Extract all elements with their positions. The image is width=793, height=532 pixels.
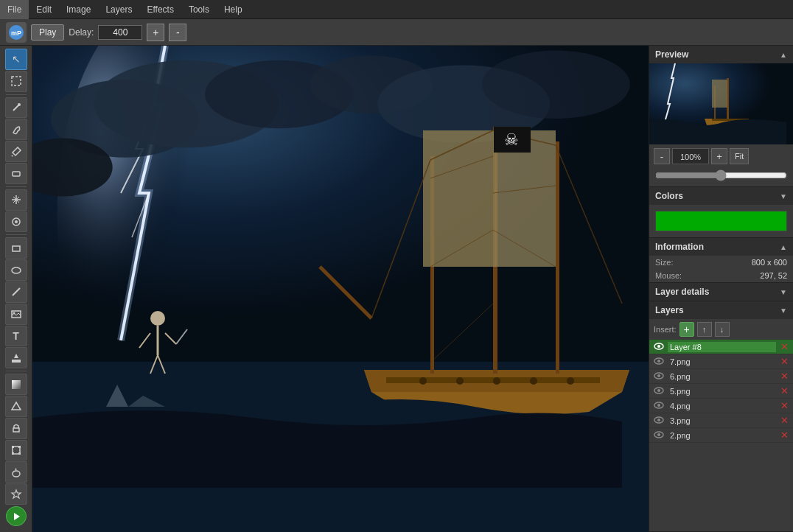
magic-wand-tool[interactable] (5, 189, 27, 211)
zoom-out-button[interactable]: - (654, 148, 670, 164)
zoom-slider[interactable] (655, 169, 787, 181)
layer-name-input[interactable] (668, 342, 776, 352)
select-tool[interactable]: ↖ (5, 49, 27, 70)
layer-row[interactable]: ✕ (649, 384, 793, 399)
menu-file[interactable]: File (0, 0, 29, 19)
gradient-tool[interactable] (5, 374, 27, 395)
star-tool[interactable] (5, 483, 27, 505)
layer-visibility-toggle[interactable] (652, 400, 666, 411)
size-label: Size: (655, 258, 673, 267)
layer-details-collapse-icon: ▼ (780, 288, 787, 296)
menu-help[interactable]: Help (217, 0, 250, 19)
layer-delete-button[interactable]: ✕ (778, 430, 790, 441)
burn-tool[interactable] (5, 461, 27, 483)
play-button[interactable]: Play (31, 24, 64, 41)
paint-tool[interactable] (5, 97, 27, 119)
layer-name-input[interactable] (668, 386, 776, 396)
svg-point-80 (657, 404, 660, 407)
layers-collapse-icon: ▼ (780, 307, 787, 315)
layer-delete-button[interactable]: ✕ (778, 371, 790, 382)
layer-row[interactable]: ✕ (649, 428, 793, 443)
preview-section: Preview ▲ (649, 46, 793, 187)
delay-plus-button[interactable]: + (147, 24, 164, 41)
svg-point-56 (493, 377, 500, 385)
layer-row[interactable]: ✕ (649, 413, 793, 428)
svg-rect-24 (12, 452, 14, 455)
play-animation-button[interactable] (6, 506, 27, 526)
layer-row[interactable]: ✕ (649, 354, 793, 369)
svg-point-58 (567, 377, 574, 385)
image-tool[interactable] (5, 304, 27, 325)
layer-visibility-toggle[interactable] (652, 341, 666, 352)
layer-delete-button[interactable]: ✕ (778, 385, 790, 396)
text-tool[interactable]: T (5, 326, 27, 347)
layer-visibility-toggle[interactable] (652, 356, 666, 367)
triangle-tool[interactable] (5, 396, 27, 417)
insert-label: Insert: (654, 325, 677, 334)
layers-list: ✕ ✕ ✕ ✕ ✕ (649, 340, 793, 443)
menu-image[interactable]: Image (59, 0, 98, 19)
menu-layers[interactable]: Layers (98, 0, 139, 19)
svg-point-36 (482, 51, 630, 119)
svg-rect-6 (13, 172, 20, 176)
layer-row[interactable]: ✕ (649, 340, 793, 354)
brush-tool[interactable] (5, 119, 27, 140)
svg-line-5 (12, 155, 13, 156)
colors-header[interactable]: Colors ▼ (649, 187, 793, 205)
fill-tool[interactable] (5, 347, 27, 368)
menubar: File Edit Image Layers Effects Tools Hel… (0, 0, 793, 19)
eraser-tool[interactable] (5, 163, 27, 184)
layer-move-down-button[interactable]: ↓ (715, 322, 730, 337)
layers-title: Layers (655, 305, 684, 315)
layer-row[interactable]: ✕ (649, 399, 793, 413)
oval-tool[interactable] (5, 259, 27, 281)
menu-effects[interactable]: Effects (139, 0, 181, 19)
layer-name-input[interactable] (668, 357, 776, 367)
layer-delete-button[interactable]: ✕ (778, 356, 790, 367)
clone-tool[interactable] (5, 211, 27, 233)
menu-tools[interactable]: Tools (181, 0, 217, 19)
layer-name-input[interactable] (668, 371, 776, 382)
menu-edit[interactable]: Edit (29, 0, 59, 19)
svg-point-82 (657, 419, 660, 421)
layer-name-input[interactable] (668, 416, 776, 426)
insert-row: Insert: + ↑ ↓ (649, 319, 793, 340)
svg-rect-20 (13, 428, 19, 432)
svg-line-15 (13, 288, 20, 295)
preview-header[interactable]: Preview ▲ (649, 46, 793, 63)
layer-name-input[interactable] (668, 401, 776, 411)
size-value: 800 x 600 (752, 258, 787, 267)
layer-move-up-button[interactable]: ↑ (697, 322, 712, 337)
information-header[interactable]: Information ▲ (649, 238, 793, 256)
svg-point-12 (15, 220, 18, 223)
layer-details-header[interactable]: Layer details ▼ (649, 283, 793, 301)
stamp-tool[interactable] (5, 418, 27, 439)
insert-layer-button[interactable]: + (680, 322, 694, 337)
delay-minus-button[interactable]: - (169, 24, 186, 41)
color-swatch[interactable] (655, 211, 787, 231)
layer-delete-button[interactable]: ✕ (778, 400, 790, 411)
layer-name-input[interactable] (668, 430, 776, 441)
information-section: Information ▲ Size: 800 x 600 Mouse: 297… (649, 238, 793, 283)
zoom-in-button[interactable]: + (711, 148, 727, 164)
layer-delete-button[interactable]: ✕ (778, 415, 790, 426)
layer-visibility-toggle[interactable] (652, 371, 666, 382)
zoom-fit-button[interactable]: Fit (730, 148, 749, 164)
delay-input[interactable] (98, 25, 142, 40)
eyedropper-tool[interactable] (5, 141, 27, 162)
rect-tool[interactable] (5, 237, 27, 259)
svg-rect-18 (12, 360, 21, 363)
rect-select-tool[interactable] (5, 71, 27, 92)
canvas-area[interactable]: ☠ (32, 46, 649, 532)
svg-rect-2 (12, 77, 21, 85)
layer-visibility-toggle[interactable] (652, 385, 666, 396)
layer-row[interactable]: ✕ (649, 369, 793, 384)
line-tool[interactable] (5, 281, 27, 303)
transform-tool[interactable] (5, 440, 27, 461)
layer-visibility-toggle[interactable] (652, 415, 666, 426)
layer-delete-button[interactable]: ✕ (778, 341, 790, 352)
layer-visibility-toggle[interactable] (652, 430, 666, 441)
svg-rect-23 (18, 446, 21, 448)
toolbar: mP Play Delay: + - (0, 19, 793, 46)
svg-point-59 (150, 311, 165, 326)
